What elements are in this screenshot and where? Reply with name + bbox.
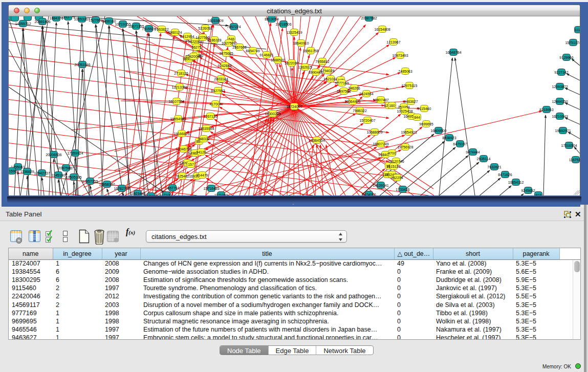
svg-text:9129966: 9129966 bbox=[559, 56, 573, 59]
svg-text:20053346: 20053346 bbox=[74, 63, 90, 67]
svg-text:12213369: 12213369 bbox=[171, 85, 187, 89]
svg-text:7857224: 7857224 bbox=[227, 25, 241, 29]
svg-text:9245000: 9245000 bbox=[144, 194, 158, 196]
svg-text:12505185: 12505185 bbox=[66, 176, 81, 179]
svg-text:157: 157 bbox=[188, 163, 194, 166]
svg-text:12444150: 12444150 bbox=[552, 100, 568, 103]
svg-text:10025438: 10025438 bbox=[397, 110, 412, 113]
svg-text:9245652: 9245652 bbox=[521, 189, 535, 192]
svg-text:16210643: 16210643 bbox=[552, 115, 568, 118]
svg-text:160: 160 bbox=[389, 104, 395, 107]
svg-text:15751074: 15751074 bbox=[565, 41, 580, 45]
svg-text:20387682: 20387682 bbox=[361, 16, 377, 20]
svg-text:10688609: 10688609 bbox=[366, 130, 382, 134]
svg-text:8471626: 8471626 bbox=[498, 173, 512, 177]
svg-text:9463627: 9463627 bbox=[404, 100, 418, 103]
svg-text:9327508: 9327508 bbox=[222, 41, 235, 45]
svg-text:17016504: 17016504 bbox=[561, 144, 577, 147]
svg-text:10654112: 10654112 bbox=[508, 181, 524, 184]
svg-text:17359924: 17359924 bbox=[67, 151, 83, 155]
svg-text:9474444: 9474444 bbox=[466, 150, 480, 154]
svg-text:6466160: 6466160 bbox=[102, 19, 116, 23]
svg-text:18640910: 18640910 bbox=[293, 41, 309, 45]
svg-text:15720407: 15720407 bbox=[359, 119, 375, 122]
svg-text:948332: 948332 bbox=[198, 137, 209, 141]
svg-text:16782759: 16782759 bbox=[114, 187, 129, 190]
svg-text:8960124: 8960124 bbox=[168, 31, 182, 34]
svg-text:4700: 4700 bbox=[388, 151, 396, 155]
svg-text:252254: 252254 bbox=[391, 176, 403, 180]
svg-text:19692971: 19692971 bbox=[555, 129, 571, 133]
svg-text:18300295: 18300295 bbox=[265, 112, 280, 116]
svg-text:3875685: 3875685 bbox=[219, 52, 233, 55]
svg-text:16961758: 16961758 bbox=[302, 49, 318, 53]
svg-text:8427552: 8427552 bbox=[211, 89, 225, 93]
svg-text:16033809: 16033809 bbox=[207, 19, 223, 23]
svg-text:17957255: 17957255 bbox=[82, 180, 98, 183]
svg-text:10973493: 10973493 bbox=[392, 54, 408, 57]
svg-text:10807487: 10807487 bbox=[373, 98, 388, 102]
svg-text:6497508: 6497508 bbox=[337, 90, 351, 93]
svg-text:19218506: 19218506 bbox=[275, 23, 291, 26]
svg-text:7955812: 7955812 bbox=[315, 60, 329, 63]
svg-text:18724007: 18724007 bbox=[286, 105, 302, 108]
svg-text:1093779: 1093779 bbox=[61, 16, 75, 19]
svg-text:13535594: 13535594 bbox=[198, 127, 214, 130]
svg-text:19756928: 19756928 bbox=[397, 145, 413, 149]
svg-text:5226058: 5226058 bbox=[198, 27, 212, 30]
svg-text:1621022: 1621022 bbox=[323, 77, 337, 81]
svg-text:20364436: 20364436 bbox=[344, 100, 360, 103]
svg-text:9657791: 9657791 bbox=[165, 186, 179, 190]
svg-text:8186328: 8186328 bbox=[207, 38, 221, 42]
svg-text:16648784: 16648784 bbox=[445, 51, 461, 54]
svg-text:9777169: 9777169 bbox=[335, 81, 349, 85]
svg-text:16120746: 16120746 bbox=[388, 160, 404, 163]
svg-text:2867608: 2867608 bbox=[232, 46, 246, 49]
svg-text:7986322: 7986322 bbox=[353, 109, 366, 113]
svg-text:1362615: 1362615 bbox=[298, 65, 312, 69]
svg-text:417004: 417004 bbox=[209, 102, 221, 106]
svg-text:14139141: 14139141 bbox=[373, 184, 388, 187]
svg-text:9474000: 9474000 bbox=[362, 193, 376, 196]
svg-text:7632621: 7632621 bbox=[487, 165, 501, 169]
svg-text:1213967: 1213967 bbox=[386, 40, 400, 44]
svg-text:7485063: 7485063 bbox=[398, 70, 412, 73]
svg-text:19654983: 19654983 bbox=[170, 117, 186, 121]
svg-text:3267130: 3267130 bbox=[203, 115, 217, 118]
svg-text:13325419: 13325419 bbox=[286, 31, 302, 34]
svg-text:1527602: 1527602 bbox=[89, 18, 102, 22]
svg-text:20691406: 20691406 bbox=[34, 20, 50, 24]
svg-text:10958107: 10958107 bbox=[99, 183, 115, 186]
svg-text:9115460: 9115460 bbox=[418, 107, 431, 111]
svg-text:15716485: 15716485 bbox=[203, 187, 219, 190]
svg-text:844: 844 bbox=[414, 116, 420, 119]
svg-text:1615132: 1615132 bbox=[386, 165, 400, 168]
svg-text:10046738: 10046738 bbox=[176, 147, 191, 151]
svg-text:8215953: 8215953 bbox=[539, 108, 553, 112]
svg-text:8912954: 8912954 bbox=[180, 35, 194, 38]
svg-text:22420046: 22420046 bbox=[185, 55, 201, 58]
svg-text:1588520: 1588520 bbox=[271, 58, 285, 62]
svg-text:6794028: 6794028 bbox=[320, 69, 334, 73]
svg-text:5822037: 5822037 bbox=[285, 61, 298, 65]
svg-text:1733426: 1733426 bbox=[396, 188, 409, 191]
svg-text:1156829: 1156829 bbox=[20, 170, 34, 173]
svg-text:9242848: 9242848 bbox=[217, 64, 231, 68]
svg-text:16154808: 16154808 bbox=[374, 28, 390, 31]
svg-text:12942737: 12942737 bbox=[34, 171, 50, 175]
svg-text:2935114: 2935114 bbox=[477, 157, 491, 161]
svg-text:1167530: 1167530 bbox=[569, 158, 580, 162]
svg-text:11923448: 11923448 bbox=[130, 192, 146, 195]
svg-text:1145190: 1145190 bbox=[52, 173, 66, 177]
svg-text:1171000: 1171000 bbox=[214, 193, 228, 196]
svg-text:9699695: 9699695 bbox=[419, 122, 433, 126]
svg-text:20206536: 20206536 bbox=[46, 153, 61, 157]
svg-text:19384554: 19384554 bbox=[309, 139, 324, 142]
svg-text:2718126: 2718126 bbox=[174, 72, 188, 75]
svg-text:9146821: 9146821 bbox=[259, 53, 273, 57]
svg-text:9227342: 9227342 bbox=[554, 71, 568, 74]
svg-text:18807249: 18807249 bbox=[373, 142, 388, 146]
svg-text:12975115: 12975115 bbox=[402, 84, 418, 87]
svg-text:16409500: 16409500 bbox=[430, 129, 446, 133]
svg-text:7625402: 7625402 bbox=[175, 174, 189, 178]
